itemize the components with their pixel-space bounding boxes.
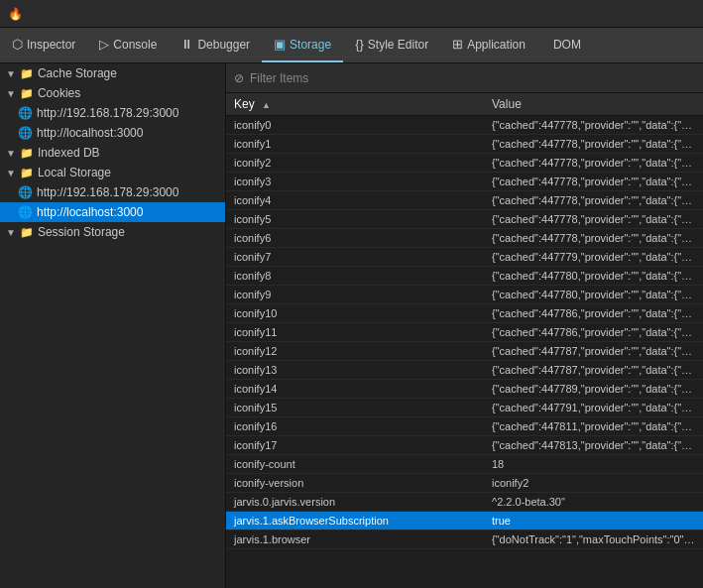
table-cell-value: true bbox=[484, 512, 703, 530]
section-label: Indexed DB bbox=[38, 146, 100, 160]
table-cell-value: {"cached":447778,"provider":"","data":{"… bbox=[484, 191, 703, 210]
chevron-icon: ▼ bbox=[6, 88, 16, 99]
table-row[interactable]: iconify13{"cached":447787,"provider":"",… bbox=[226, 361, 703, 380]
toolbar-item-style-editor[interactable]: {}Style Editor bbox=[343, 28, 440, 62]
table-row[interactable]: iconify12{"cached":447787,"provider":"",… bbox=[226, 342, 703, 361]
table-row[interactable]: jarvis.0.jarvis.version^2.2.0-beta.30" bbox=[226, 493, 703, 512]
table-cell-value: {"cached":447780,"provider":"","data":{"… bbox=[484, 286, 703, 304]
table-row[interactable]: iconify-versioniconify2 bbox=[226, 474, 703, 493]
table-cell-key: iconify3 bbox=[226, 173, 484, 191]
table-row[interactable]: iconify3{"cached":447778,"provider":"","… bbox=[226, 173, 703, 191]
sidebar-item-label: http://localhost:3000 bbox=[37, 205, 143, 219]
globe-icon: 🌐 bbox=[18, 205, 33, 219]
section-label: Cookies bbox=[38, 86, 80, 100]
inspector-icon: ⬡ bbox=[12, 37, 23, 52]
table-cell-value: {"cached":447780,"provider":"","data":{"… bbox=[484, 267, 703, 286]
toolbar-item-inspector[interactable]: ⬡Inspector bbox=[0, 28, 87, 62]
table-row[interactable]: iconify9{"cached":447780,"provider":"","… bbox=[226, 286, 703, 304]
key-column-header[interactable]: Key ▲ bbox=[226, 93, 484, 116]
table-cell-value: {"cached":447787,"provider":"","data":{"… bbox=[484, 361, 703, 380]
content-area: ⊘ Key ▲ Value iconify0{"cached":447778,"… bbox=[226, 63, 703, 588]
table-cell-key: iconify13 bbox=[226, 361, 484, 380]
globe-icon: 🌐 bbox=[18, 185, 33, 199]
toolbar-item-application[interactable]: ⊞Application bbox=[440, 28, 537, 62]
value-column-header[interactable]: Value bbox=[484, 93, 703, 116]
table-cell-value: {"cached":447779,"provider":"","data":{"… bbox=[484, 248, 703, 267]
table-row[interactable]: iconify7{"cached":447779,"provider":"","… bbox=[226, 248, 703, 267]
table-cell-key: iconify0 bbox=[226, 116, 484, 135]
dom-label: DOM bbox=[553, 38, 581, 52]
application-label: Application bbox=[467, 38, 526, 52]
sidebar-section-indexed-db[interactable]: ▼📁Indexed DB bbox=[0, 143, 225, 163]
table-row[interactable]: iconify2{"cached":447778,"provider":"","… bbox=[226, 154, 703, 173]
sidebar-section-cache-storage[interactable]: ▼📁Cache Storage bbox=[0, 63, 225, 83]
table-cell-key: iconify11 bbox=[226, 323, 484, 342]
table-row[interactable]: iconify14{"cached":447789,"provider":"",… bbox=[226, 380, 703, 399]
table-row[interactable]: iconify10{"cached":447786,"provider":"",… bbox=[226, 304, 703, 323]
table-cell-key: iconify5 bbox=[226, 210, 484, 229]
toolbar-item-dom[interactable]: DOM bbox=[537, 28, 593, 62]
table-cell-value: {"cached":447778,"provider":"","data":{"… bbox=[484, 154, 703, 173]
sidebar-item-cookies-local[interactable]: 🌐http://localhost:3000 bbox=[0, 123, 225, 143]
table-cell-key: iconify10 bbox=[226, 304, 484, 323]
table-row[interactable]: iconify15{"cached":447791,"provider":"",… bbox=[226, 399, 703, 417]
table-cell-value: {"cached":447778,"provider":"","data":{"… bbox=[484, 210, 703, 229]
toolbar-item-storage[interactable]: ▣Storage bbox=[262, 28, 343, 62]
table-row[interactable]: iconify5{"cached":447778,"provider":"","… bbox=[226, 210, 703, 229]
firefox-icon: 🔥 bbox=[8, 7, 22, 21]
toolbar-item-console[interactable]: ▷Console bbox=[87, 28, 169, 62]
table-cell-key: iconify7 bbox=[226, 248, 484, 267]
table-cell-value: {"cached":447778,"provider":"","data":{"… bbox=[484, 173, 703, 191]
inspector-label: Inspector bbox=[27, 38, 75, 52]
table-cell-key: iconify14 bbox=[226, 380, 484, 399]
console-label: Console bbox=[113, 38, 157, 52]
toolbar-item-debugger[interactable]: ⏸Debugger bbox=[169, 28, 262, 62]
table-cell-key: iconify12 bbox=[226, 342, 484, 361]
table-row[interactable]: iconify8{"cached":447780,"provider":"","… bbox=[226, 267, 703, 286]
table-cell-value: {"cached":447786,"provider":"","data":{"… bbox=[484, 304, 703, 323]
sidebar-item-label: http://192.168.178.29:3000 bbox=[37, 185, 178, 199]
main-layout: ▼📁Cache Storage▼📁Cookies🌐http://192.168.… bbox=[0, 63, 703, 588]
table-cell-value: ^2.2.0-beta.30" bbox=[484, 493, 703, 512]
filter-input[interactable] bbox=[250, 71, 695, 85]
style-editor-icon: {} bbox=[355, 37, 364, 52]
sidebar-item-cookies-ip[interactable]: 🌐http://192.168.178.29:3000 bbox=[0, 103, 225, 123]
style-editor-label: Style Editor bbox=[368, 38, 428, 52]
table-header-row: Key ▲ Value bbox=[226, 93, 703, 116]
table-cell-value: {"cached":447778,"provider":"","data":{"… bbox=[484, 229, 703, 248]
table-row[interactable]: iconify1{"cached":447778,"provider":"","… bbox=[226, 135, 703, 154]
table-cell-key: iconify-count bbox=[226, 455, 484, 474]
sidebar-section-cookies[interactable]: ▼📁Cookies bbox=[0, 83, 225, 103]
table-cell-value: {"cached":447778,"provider":"","data":{"… bbox=[484, 116, 703, 135]
folder-icon: 📁 bbox=[20, 167, 34, 179]
table-cell-value: {"cached":447811,"provider":"","data":{"… bbox=[484, 417, 703, 436]
table-cell-key: iconify4 bbox=[226, 191, 484, 210]
sidebar-item-ls-ip[interactable]: 🌐http://192.168.178.29:3000 bbox=[0, 182, 225, 202]
table-row[interactable]: jarvis.1.browser{"doNotTrack":"1","maxTo… bbox=[226, 530, 703, 549]
debugger-label: Debugger bbox=[197, 38, 250, 52]
title-bar: 🔥 bbox=[0, 0, 703, 28]
chevron-icon: ▼ bbox=[6, 227, 16, 238]
table-cell-key: jarvis.0.jarvis.version bbox=[226, 493, 484, 512]
table-cell-key: jarvis.1.askBrowserSubscription bbox=[226, 512, 484, 530]
sidebar-section-local-storage[interactable]: ▼📁Local Storage bbox=[0, 163, 225, 182]
sidebar-section-session-storage[interactable]: ▼📁Session Storage bbox=[0, 222, 225, 242]
table-row[interactable]: iconify-count18 bbox=[226, 455, 703, 474]
table-row[interactable]: iconify6{"cached":447778,"provider":"","… bbox=[226, 229, 703, 248]
folder-icon: 📁 bbox=[20, 147, 34, 160]
table-row[interactable]: iconify11{"cached":447786,"provider":"",… bbox=[226, 323, 703, 342]
folder-icon: 📁 bbox=[20, 87, 34, 100]
table-row[interactable]: iconify17{"cached":447813,"provider":"",… bbox=[226, 436, 703, 455]
storage-table: Key ▲ Value iconify0{"cached":447778,"pr… bbox=[226, 93, 703, 549]
table-cell-key: iconify2 bbox=[226, 154, 484, 173]
table-cell-key: iconify16 bbox=[226, 417, 484, 436]
table-row[interactable]: jarvis.1.askBrowserSubscriptiontrue bbox=[226, 512, 703, 530]
chevron-icon: ▼ bbox=[6, 148, 16, 159]
table-row[interactable]: iconify16{"cached":447811,"provider":"",… bbox=[226, 417, 703, 436]
sidebar: ▼📁Cache Storage▼📁Cookies🌐http://192.168.… bbox=[0, 63, 226, 588]
table-cell-key: iconify8 bbox=[226, 267, 484, 286]
table-row[interactable]: iconify0{"cached":447778,"provider":"","… bbox=[226, 116, 703, 135]
sidebar-item-ls-local[interactable]: 🌐http://localhost:3000 bbox=[0, 202, 225, 222]
table-cell-value: iconify2 bbox=[484, 474, 703, 493]
table-row[interactable]: iconify4{"cached":447778,"provider":"","… bbox=[226, 191, 703, 210]
